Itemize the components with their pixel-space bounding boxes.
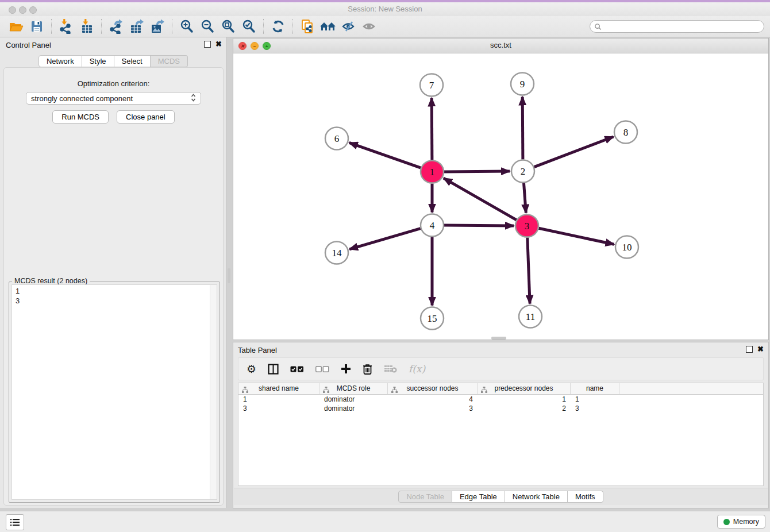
column-header-shared-name[interactable]: shared name (238, 383, 319, 394)
tab-style[interactable]: Style (82, 55, 114, 67)
zoom-out-icon (200, 19, 215, 34)
select-stepper-icon (191, 94, 196, 103)
new-network-from-selection-button[interactable] (297, 18, 318, 35)
table-toolbar: ⚙ (238, 357, 764, 380)
graph-edge-4-3[interactable] (444, 225, 514, 226)
memory-button[interactable]: Memory (717, 515, 765, 529)
tab-mcds[interactable]: MCDS (151, 55, 188, 67)
criterion-select[interactable]: strongly connected component (26, 92, 201, 105)
control-panel-header: Control Panel ✖ (0, 37, 226, 52)
mcds-result-title: MCDS result (2 nodes) (12, 277, 90, 285)
column-header-successor-nodes[interactable]: successor nodes (388, 383, 478, 394)
network-maximize-button[interactable]: + (263, 42, 271, 50)
graph-edge-3-10[interactable] (539, 228, 614, 244)
zoom-selected-icon (241, 19, 256, 34)
graph-edge-1-2[interactable] (444, 171, 510, 172)
graph-edge-2-8[interactable] (534, 137, 614, 167)
import-table-icon (79, 19, 94, 34)
delete-column-trash-icon[interactable] (363, 364, 372, 375)
table-cell: 3 (238, 404, 319, 413)
graph-node-label-14: 14 (332, 248, 342, 259)
graph-edge-1-7[interactable] (432, 98, 432, 160)
panel-splitter-handle[interactable] (491, 337, 506, 340)
panel-splitter-handle[interactable] (228, 268, 230, 283)
zoom-in-button[interactable] (176, 18, 197, 35)
save-session-button[interactable] (26, 18, 47, 35)
zoom-fit-button[interactable] (218, 18, 238, 35)
tab-motifs[interactable]: Motifs (568, 491, 603, 503)
import-network-button[interactable] (56, 18, 76, 35)
zoom-out-button[interactable] (197, 18, 218, 35)
table-row[interactable]: 3dominator323 (238, 404, 763, 413)
network-canvas[interactable]: 1234678910111415 (234, 53, 768, 339)
export-image-icon (150, 19, 165, 34)
export-table-button[interactable] (126, 18, 147, 35)
list-icon (10, 518, 20, 526)
hierarchy-icon (481, 385, 487, 396)
hierarchy-icon (391, 385, 398, 396)
export-image-button[interactable] (147, 18, 168, 35)
tab-node-table[interactable]: Node Table (398, 491, 452, 503)
tab-network-table[interactable]: Network Table (505, 491, 568, 503)
table-settings-gear-icon[interactable]: ⚙ (247, 364, 256, 375)
zoom-selected-button[interactable] (238, 18, 259, 35)
zoom-window-button[interactable] (29, 6, 37, 14)
add-column-icon[interactable] (341, 364, 351, 374)
node-table[interactable]: shared nameMCDS rolesuccessor nodesprede… (238, 383, 764, 486)
table-row[interactable]: 1dominator411 (238, 395, 763, 404)
hide-selected-button[interactable] (338, 18, 359, 35)
column-visibility-icon[interactable] (268, 364, 279, 375)
column-header-predecessor-nodes[interactable]: predecessor nodes (478, 383, 571, 394)
table-cell: 3 (571, 404, 619, 413)
tab-select[interactable]: Select (114, 55, 151, 67)
network-minimize-button[interactable]: − (251, 42, 259, 50)
column-header-name[interactable]: name (571, 383, 619, 394)
search-field[interactable] (590, 20, 764, 33)
graph-edge-2-9[interactable] (522, 97, 523, 160)
graph-edge-3-11[interactable] (528, 238, 530, 304)
mcds-result-group: MCDS result (2 nodes) 1 3 (9, 282, 220, 503)
first-neighbors-button[interactable] (318, 18, 338, 35)
memory-label: Memory (733, 518, 759, 526)
column-header-MCDS-role[interactable]: MCDS role (319, 383, 388, 394)
table-panel: Table Panel ✖ ⚙ (233, 342, 769, 508)
graph-edge-2-3[interactable] (524, 183, 526, 213)
float-panel-icon[interactable] (204, 41, 211, 48)
graph-edge-3-1[interactable] (444, 178, 517, 220)
graph-edge-4-14[interactable] (349, 229, 421, 249)
refresh-button[interactable] (268, 18, 288, 35)
network-view-window: ✕ − + scc.txt 1234678910111415 (233, 38, 769, 340)
toolbar-separator (51, 19, 52, 34)
select-all-checkboxes-icon[interactable] (290, 366, 304, 372)
titlebar: Session: New Session (0, 2, 770, 17)
delete-table-icon[interactable] (384, 365, 397, 373)
show-all-button[interactable] (359, 18, 380, 35)
export-network-button[interactable] (106, 18, 126, 35)
close-panel-icon[interactable]: ✖ (757, 346, 764, 353)
result-scrollbar[interactable] (210, 285, 217, 499)
graph-node-label-11: 11 (526, 311, 535, 322)
close-window-button[interactable] (9, 6, 16, 14)
table-cell: 2 (478, 404, 571, 413)
minimize-window-button[interactable] (19, 6, 26, 14)
open-session-button[interactable] (6, 18, 26, 35)
window-controls (9, 6, 37, 14)
task-history-button[interactable] (6, 514, 24, 530)
function-builder-icon[interactable]: f(x) (409, 363, 425, 375)
deselect-all-checkboxes-icon[interactable] (315, 366, 329, 372)
search-input[interactable] (602, 22, 760, 31)
import-table-button[interactable] (76, 18, 97, 35)
float-panel-icon[interactable] (746, 346, 753, 353)
close-panel-button[interactable]: Close panel (117, 110, 175, 124)
table-body: 1dominator4113dominator323 (238, 395, 763, 413)
graph-edge-1-6[interactable] (349, 142, 421, 168)
houses-icon (319, 20, 337, 33)
tab-edge-table[interactable]: Edge Table (452, 491, 505, 503)
toolbar-separator (292, 19, 293, 34)
close-panel-icon[interactable]: ✖ (215, 41, 222, 48)
run-mcds-button[interactable]: Run MCDS (52, 110, 109, 124)
toolbar-separator (172, 19, 172, 34)
graph-node-label-9: 9 (520, 79, 525, 90)
tab-network[interactable]: Network (38, 55, 82, 67)
network-close-button[interactable]: ✕ (238, 42, 247, 50)
